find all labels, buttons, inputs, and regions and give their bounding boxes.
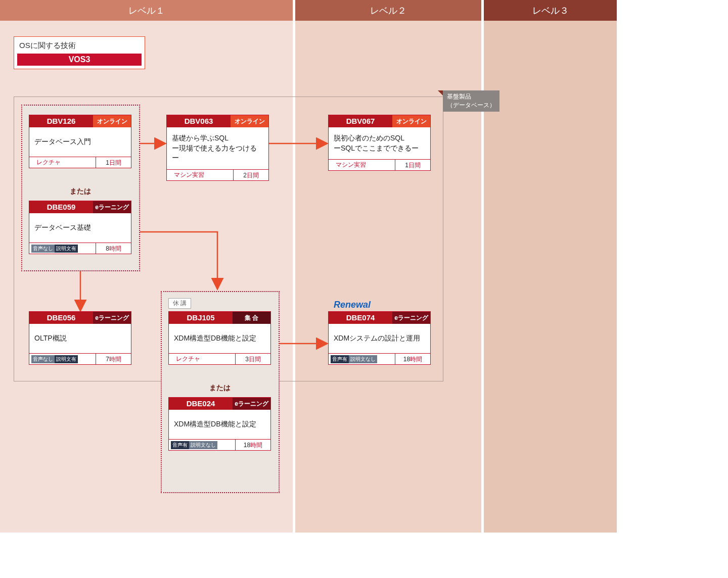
- course-code: DBE074: [329, 312, 392, 324]
- course-format: マシン実習: [169, 171, 204, 179]
- course-title: データベース基礎: [29, 213, 131, 243]
- or-label: または: [168, 383, 271, 393]
- course-code: DBE056: [29, 312, 93, 324]
- course-flow-diagram: レベル１ レベル２ レベル３ OSに関する技術 VOS3 基盤製品 （データベー…: [0, 0, 617, 541]
- course-code: DBV126: [29, 115, 93, 127]
- course-title: データベース入門: [29, 127, 131, 157]
- vos3-label: VOS3: [17, 54, 142, 66]
- course-card-dbe074[interactable]: DBE074 eラーニング XDMシステムの設計と運用 音声有説明文なし 18時…: [328, 311, 431, 365]
- course-format: レクチャ: [171, 355, 200, 363]
- course-card-dbe059[interactable]: DBE059 eラーニング データベース基礎 音声なし説明文有 8時間: [29, 201, 131, 254]
- course-title: 基礎から学ぶSQL ー現場で使える力をつけるー: [167, 127, 268, 169]
- course-code: DBE059: [29, 201, 93, 213]
- group-tag-database: 基盤製品 （データベース）: [443, 90, 499, 112]
- course-type-badge: eラーニング: [93, 201, 131, 213]
- audio-badge: 音声有: [331, 355, 349, 363]
- course-card-dbe056[interactable]: DBE056 eラーニング OLTP概説 音声なし説明文有 7時間: [29, 311, 131, 365]
- desc-badge: 説明文なし: [189, 441, 217, 449]
- course-title: XDM構造型DB機能と設定: [169, 324, 270, 353]
- course-card-dbe024[interactable]: DBE024 eラーニング XDM構造型DB機能と設定 音声有説明文なし 18時…: [168, 397, 271, 451]
- desc-badge: 説明文有: [55, 355, 78, 363]
- course-title: OLTP概説: [29, 324, 131, 353]
- level-3-column: レベル３: [484, 0, 617, 533]
- course-type-badge: オンライン: [93, 115, 131, 127]
- course-type-badge: eラーニング: [392, 312, 430, 324]
- renewal-label: Renewal: [334, 300, 371, 310]
- os-title: OSに関する技術: [17, 41, 142, 51]
- desc-badge: 説明文有: [55, 245, 78, 253]
- level-1-header: レベル１: [0, 0, 293, 21]
- course-title: 脱初心者のためのSQL ーSQLでここまでできるー: [329, 127, 430, 159]
- course-type-badge: オンライン: [392, 115, 430, 127]
- audio-badge: 音声有: [171, 441, 189, 449]
- audio-badge: 音声なし: [31, 245, 55, 253]
- course-format: レクチャ: [31, 158, 61, 167]
- suspended-tag: 休 講: [168, 298, 191, 309]
- course-code: DBE024: [169, 398, 233, 410]
- course-card-dbv067[interactable]: DBV067 オンライン 脱初心者のためのSQL ーSQLでここまでできるー マ…: [328, 115, 431, 171]
- course-card-dbv126[interactable]: DBV126 オンライン データベース入門 レクチャ 1日間: [29, 115, 131, 168]
- desc-badge: 説明文なし: [349, 355, 377, 363]
- course-code: DBJ105: [169, 312, 233, 324]
- course-type-badge: eラーニング: [233, 398, 270, 410]
- course-card-dbj105[interactable]: DBJ105 集 合 XDM構造型DB機能と設定 レクチャ 3日間: [168, 311, 271, 365]
- course-card-dbv063[interactable]: DBV063 オンライン 基礎から学ぶSQL ー現場で使える力をつけるー マシン…: [166, 115, 269, 181]
- os-tech-box: OSに関する技術 VOS3: [14, 36, 145, 69]
- course-title: XDMシステムの設計と運用: [329, 324, 430, 353]
- level-3-header: レベル３: [484, 0, 617, 21]
- course-type-badge: eラーニング: [93, 312, 131, 324]
- course-title: XDM構造型DB機能と設定: [169, 410, 270, 439]
- course-code: DBV063: [167, 115, 231, 127]
- or-label: または: [29, 187, 131, 196]
- level-2-header: レベル２: [295, 0, 481, 21]
- audio-badge: 音声なし: [31, 355, 55, 363]
- course-type-badge: 集 合: [233, 312, 270, 324]
- course-type-badge: オンライン: [231, 115, 268, 127]
- course-code: DBV067: [329, 115, 392, 127]
- course-format: マシン実習: [331, 161, 366, 169]
